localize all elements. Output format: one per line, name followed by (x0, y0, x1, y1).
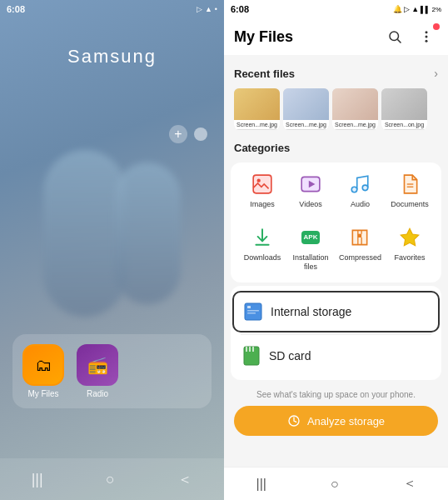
header-title: My Files (234, 28, 293, 46)
documents-label: Documents (391, 200, 429, 209)
search-icon (387, 29, 402, 44)
categories-title: Categories (234, 142, 290, 154)
analyze-hint: See what's taking up space on your phone… (234, 390, 438, 399)
left-status-icon-play: ▷ (197, 5, 202, 13)
svg-rect-20 (246, 347, 247, 352)
category-downloads[interactable]: Downloads (241, 219, 284, 277)
left-status-bar: 6:08 ▷ ▲ • (0, 0, 224, 18)
thumb-label-4: Screen...on.jpg (381, 120, 427, 129)
sd-card-label: SD card (269, 349, 311, 362)
favorites-label: Favorites (394, 253, 425, 262)
analyze-icon (287, 414, 301, 428)
installation-label: Installationfiles (292, 253, 328, 272)
category-audio[interactable]: Audio (337, 166, 383, 214)
myfiles-icon: 🗂 (22, 344, 64, 386)
thumb-image-2 (283, 88, 329, 120)
right-nav-recent[interactable]: ||| (251, 472, 271, 497)
documents-icon (396, 171, 423, 198)
audio-label: Audio (351, 200, 370, 209)
thumb-image-3 (332, 88, 378, 120)
svg-marker-14 (401, 228, 419, 246)
recent-thumb-4[interactable]: Screen...on.jpg (381, 88, 427, 130)
internal-storage-item[interactable]: Internal storage (232, 291, 440, 332)
categories-header: Categories (224, 137, 448, 159)
svg-point-2 (426, 31, 428, 33)
category-compressed[interactable]: Compressed (337, 219, 383, 277)
right-bottom-nav: ||| ○ ＜ (224, 467, 448, 500)
svg-rect-15 (245, 303, 261, 320)
right-content: Recent files › Screen...me.jpg Screen...… (224, 55, 448, 467)
recent-thumb-1[interactable]: Screen...me.jpg (234, 88, 280, 130)
thumb-image-1 (234, 88, 280, 120)
installation-icon: APK (297, 224, 324, 251)
svg-point-4 (426, 40, 428, 42)
svg-point-3 (426, 36, 428, 38)
audio-icon (346, 171, 373, 198)
search-button[interactable] (383, 25, 406, 48)
right-panel: 6:08 🔔 ▷ ▲ ▌▌ 2% My Files (224, 0, 448, 500)
recent-files-header: Recent files › (224, 62, 448, 85)
bg-figure-2 (114, 162, 181, 304)
left-nav-recent[interactable]: ||| (25, 464, 50, 495)
svg-line-1 (397, 39, 401, 42)
videos-icon (297, 171, 324, 198)
radio-label: Radio (87, 389, 108, 398)
images-label: Images (250, 200, 275, 209)
right-status-icon-mute: 🔔 (393, 5, 402, 13)
videos-label: Videos (299, 200, 321, 209)
left-nav-home[interactable]: ○ (99, 464, 122, 495)
app-radio[interactable]: 📻 Radio (77, 344, 118, 398)
analyze-storage-button[interactable]: Analyze storage (234, 406, 438, 436)
thumb-label-1: Screen...me.jpg (234, 120, 280, 129)
category-documents[interactable]: Documents (388, 166, 431, 214)
right-nav-back[interactable]: ＜ (398, 470, 421, 498)
myfiles-label: My Files (27, 389, 58, 398)
add-dot-row: + (169, 125, 207, 143)
left-nav-back[interactable]: ＜ (171, 462, 199, 496)
category-videos[interactable]: Videos (289, 166, 332, 214)
right-status-icon-signal: ▌▌ (421, 6, 430, 13)
thumb-image-4 (381, 88, 427, 120)
analyze-button-label: Analyze storage (307, 415, 385, 428)
svg-rect-17 (247, 310, 259, 312)
svg-rect-21 (249, 347, 251, 352)
right-status-bar: 6:08 🔔 ▷ ▲ ▌▌ 2% (224, 0, 448, 18)
recent-thumb-2[interactable]: Screen...me.jpg (283, 88, 329, 130)
recent-files-title: Recent files (234, 68, 295, 80)
left-status-icons: ▷ ▲ • (197, 5, 217, 13)
recent-files-arrow[interactable]: › (434, 67, 438, 80)
notification-badge-dot (433, 23, 440, 30)
category-favorites[interactable]: Favorites (388, 219, 431, 277)
downloads-icon (249, 224, 276, 251)
right-status-icon-alert: ▲ (411, 5, 419, 13)
compressed-label: Compressed (339, 253, 381, 262)
analyze-section: See what's taking up space on your phone… (224, 383, 448, 442)
right-nav-home[interactable]: ○ (326, 472, 344, 497)
svg-rect-22 (252, 347, 254, 352)
apps-container: 🗂 My Files 📻 Radio (12, 334, 212, 408)
svg-point-0 (390, 32, 399, 41)
category-images[interactable]: Images (241, 166, 284, 214)
app-myfiles[interactable]: 🗂 My Files (22, 344, 64, 398)
thumb-label-3: Screen...me.jpg (332, 120, 378, 129)
svg-rect-16 (247, 306, 251, 308)
header-actions (383, 25, 438, 48)
right-status-icons: 🔔 ▷ ▲ ▌▌ 2% (393, 5, 441, 13)
left-status-icon-alert: ▲ (205, 5, 212, 13)
svg-point-9 (352, 187, 358, 192)
sd-card-item[interactable]: SD card (231, 335, 441, 377)
radio-icon: 📻 (77, 344, 118, 386)
categories-grid: Images Videos (231, 162, 441, 282)
right-status-time: 6:08 (231, 4, 249, 14)
menu-button[interactable] (415, 25, 438, 48)
category-installation[interactable]: APK Installationfiles (289, 219, 332, 277)
recent-thumb-3[interactable]: Screen...me.jpg (332, 88, 378, 130)
favorites-icon (396, 224, 423, 251)
left-status-time: 6:08 (7, 4, 25, 14)
left-bottom-nav: ||| ○ ＜ (0, 458, 224, 500)
recent-files-row: Screen...me.jpg Screen...me.jpg Screen..… (224, 85, 448, 137)
downloads-label: Downloads (244, 253, 281, 262)
svg-point-10 (363, 185, 369, 191)
left-status-icon-dot: • (215, 5, 217, 13)
add-button[interactable]: + (169, 125, 187, 143)
